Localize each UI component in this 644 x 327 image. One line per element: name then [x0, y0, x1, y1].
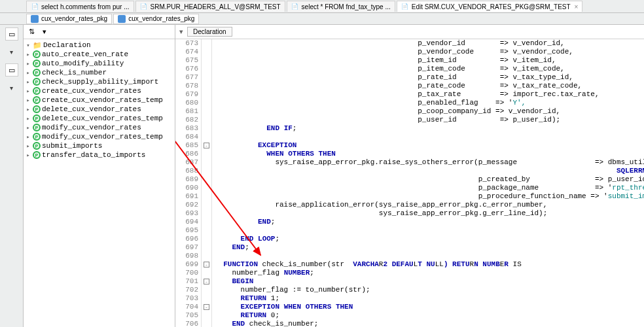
- file-tab-bar: 📄select h.comments from pur ...📄SRM.PUR_…: [0, 0, 644, 13]
- code-line[interactable]: WHEN OTHERS THEN: [215, 150, 644, 158]
- outline-root[interactable]: ▾📁Declaration: [24, 41, 175, 50]
- code-line[interactable]: p_rate_code => v_tax_rate_code,: [215, 82, 644, 90]
- outline-item[interactable]: ▸Pdelete_cux_vendor_rates: [24, 105, 175, 114]
- outline-item[interactable]: ▸Psubmit_imports: [24, 141, 175, 150]
- expander-icon[interactable]: ▸: [25, 115, 31, 122]
- code-line[interactable]: EXCEPTION: [215, 141, 644, 150]
- outline-item[interactable]: ▸Pcheck_is_number: [24, 68, 175, 77]
- code-line[interactable]: p_vendor_code => v_vendor_code,: [215, 48, 644, 56]
- dropdown-icon[interactable]: ▾: [179, 27, 183, 36]
- expander-icon[interactable]: ▸: [25, 124, 31, 131]
- expander-icon[interactable]: ▸: [25, 60, 31, 67]
- code-line[interactable]: END;: [215, 243, 644, 252]
- outline-item[interactable]: ▸Pmodify_cux_vendor_rates: [24, 123, 175, 132]
- code-line[interactable]: number_flag := to_number(str);: [215, 286, 644, 294]
- code-line[interactable]: END;: [215, 218, 644, 226]
- tab-label: Edit SRM.CUX_VENDOR_RATES_PKG@SRM_TEST: [412, 3, 571, 10]
- fold-cell: [202, 124, 211, 133]
- fold-toggle[interactable]: -: [204, 143, 209, 148]
- code-line[interactable]: [215, 226, 644, 235]
- code-line[interactable]: p_created_by => p_user_id,: [215, 175, 644, 184]
- toolbar-button[interactable]: ▭: [5, 63, 18, 77]
- code-line[interactable]: p_package_name => 'rpt_three_rates_impor…: [215, 184, 644, 192]
- fold-toggle[interactable]: -: [204, 304, 209, 310]
- tab-label: SRM.PUR_HEADERS_ALL_V@SRM_TEST: [151, 3, 281, 10]
- code-line[interactable]: FUNCTION check_is_number(str VARCHAR2 DE…: [215, 260, 644, 269]
- code-line[interactable]: p_rate_id => v_tax_type_id,: [215, 73, 644, 82]
- sort-icon[interactable]: ⇅: [26, 27, 37, 37]
- code-line[interactable]: RETURN 1;: [215, 294, 644, 303]
- fold-cell: [202, 167, 211, 175]
- package-tab[interactable]: cux_vendor_rates_pkg: [113, 14, 199, 24]
- code-line[interactable]: p_item_code => v_item_code,: [215, 65, 644, 73]
- expander-icon[interactable]: ▸: [25, 97, 31, 104]
- code-line[interactable]: p_item_id => v_item_id,: [215, 56, 644, 65]
- code-area[interactable]: 6736746756766776786796806816826836846856…: [175, 39, 644, 327]
- outline-item[interactable]: ▸Pcheck_supply_ability_import: [24, 77, 175, 86]
- procedure-icon: P: [33, 133, 41, 141]
- fold-cell: [202, 218, 211, 226]
- code-line[interactable]: sys_raise_app_error_pkg.raise_sys_others…: [215, 158, 644, 167]
- code-line[interactable]: sys_raise_app_error_pkg.g_err_line_id);: [215, 209, 644, 218]
- expander-icon[interactable]: ▸: [25, 88, 31, 95]
- file-tab[interactable]: 📄SRM.PUR_HEADERS_ALL_V@SRM_TEST: [135, 1, 285, 12]
- code-line[interactable]: p_vendor_id => v_vendor_id,: [215, 39, 644, 48]
- outline-root-label: Declaration: [43, 41, 91, 49]
- file-tab[interactable]: 📄Edit SRM.CUX_VENDOR_RATES_PKG@SRM_TEST×: [397, 1, 583, 12]
- code-line[interactable]: END check_is_number;: [215, 320, 644, 327]
- package-tab[interactable]: cux_vendor_rates_pkg: [26, 14, 112, 24]
- editor-panel: ▾ Declaration 67367467567667767867968068…: [175, 25, 644, 327]
- code-line[interactable]: END LOOP;: [215, 235, 644, 243]
- fold-cell: [202, 235, 211, 243]
- code-line[interactable]: raise_application_error(sys_raise_app_er…: [215, 201, 644, 209]
- code-line[interactable]: [215, 133, 644, 141]
- expander-icon[interactable]: ▾: [25, 42, 31, 49]
- file-tab[interactable]: 📄select * FROM fnd_tax_type ...: [287, 1, 395, 12]
- dropdown-icon[interactable]: ▾: [39, 27, 50, 37]
- outline-item[interactable]: ▸Pauto_modify_ability: [24, 59, 175, 68]
- code-line[interactable]: p_enabled_flag => 'Y',: [215, 99, 644, 107]
- toolbar-button[interactable]: ▭: [5, 27, 18, 41]
- code-line[interactable]: EXCEPTION WHEN OTHERS THEN: [215, 303, 644, 311]
- outline-item[interactable]: ▸Pmodify_cux_vendor_rates_temp: [24, 132, 175, 141]
- line-number: 685: [178, 141, 198, 150]
- outline-item[interactable]: ▸Pdelete_cux_vendor_rates_temp: [24, 114, 175, 123]
- line-number: 687: [178, 158, 198, 167]
- expander-icon[interactable]: ▸: [25, 106, 31, 113]
- expander-icon[interactable]: ▸: [25, 69, 31, 77]
- line-number: 693: [178, 209, 198, 218]
- outline-item-label: submit_imports: [42, 142, 102, 150]
- code-line[interactable]: p_coop_company_id => v_vendor_id,: [215, 107, 644, 116]
- expander-icon[interactable]: ▸: [25, 51, 31, 58]
- code-line[interactable]: p_user_id => p_user_id);: [215, 116, 644, 124]
- procedure-icon: P: [33, 69, 41, 77]
- fold-cell: [202, 158, 211, 167]
- code-line[interactable]: END IF;: [215, 124, 644, 133]
- declaration-button[interactable]: Declaration: [187, 27, 232, 37]
- code-line[interactable]: SQLERRM,: [215, 167, 644, 175]
- code-line[interactable]: RETURN 0;: [215, 311, 644, 320]
- expander-icon[interactable]: ▸: [25, 133, 31, 141]
- code-line[interactable]: number_flag NUMBER;: [215, 269, 644, 277]
- expander-icon[interactable]: ▸: [25, 143, 31, 150]
- fold-cell: [202, 39, 211, 48]
- file-tab[interactable]: 📄select h.comments from pur ...: [26, 1, 134, 12]
- fold-cell: [202, 192, 211, 201]
- fold-toggle[interactable]: -: [204, 279, 209, 284]
- code-line[interactable]: [215, 252, 644, 260]
- line-number: 681: [178, 107, 198, 116]
- outline-item[interactable]: ▸Pcreate_cux_vendor_rates_temp: [24, 95, 175, 105]
- expander-icon[interactable]: ▸: [25, 152, 31, 159]
- outline-item[interactable]: ▸Pauto_create_ven_rate: [24, 50, 175, 59]
- code-line[interactable]: p_procedure_function_name => 'submit_imp…: [215, 192, 644, 201]
- outline-item[interactable]: ▸Ptransfer_data_to_imports: [24, 150, 175, 160]
- expander-icon[interactable]: ▸: [25, 78, 31, 86]
- fold-cell: [202, 90, 211, 99]
- code-line[interactable]: BEGIN: [215, 277, 644, 286]
- fold-toggle[interactable]: -: [204, 262, 209, 267]
- code-text[interactable]: p_vendor_id => v_vendor_id, p_vendor_cod…: [212, 39, 644, 327]
- outline-item[interactable]: ▸Pcreate_cux_vendor_rates: [24, 86, 175, 95]
- code-line[interactable]: p_tax_rate => import_rec.tax_rate,: [215, 90, 644, 99]
- fold-gutter[interactable]: - - - -: [202, 39, 212, 327]
- close-icon[interactable]: ×: [575, 3, 579, 10]
